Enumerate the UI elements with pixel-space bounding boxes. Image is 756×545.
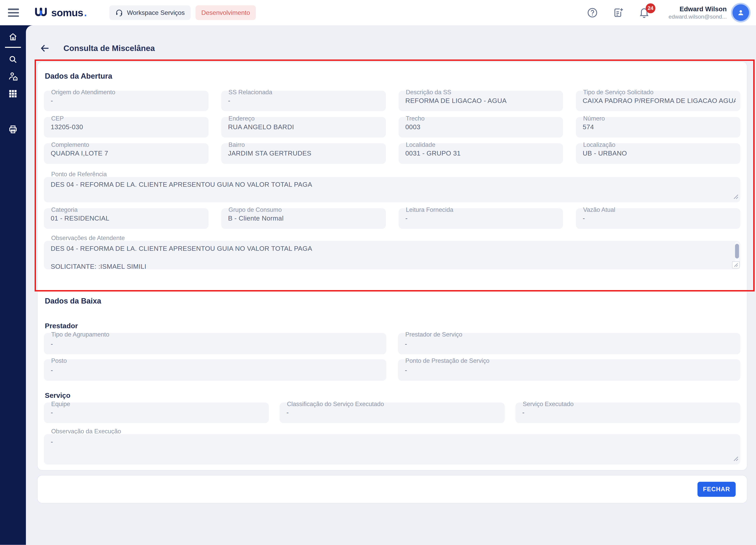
app-logo[interactable]: somus . [34,7,87,18]
field-origem-atendimento: Origem do Atendimento - [44,91,209,111]
field-label: Descrição da SS [406,89,451,96]
logo-mark-icon [34,7,48,18]
field-trecho: Trecho 0003 [399,117,563,138]
field-value: CAIXA PADRAO P/REFORMA DE LIGACAO AGUA [583,97,735,105]
sidebar-item-search[interactable] [0,55,26,64]
field-grupo-consumo: Grupo de Consumo B - Cliente Normal [221,208,386,229]
field-value: 0031 - GRUPO 31 [405,150,558,157]
field-ponto-referencia: Ponto de Referência DES 04 - REFORMA DE … [44,171,741,203]
field-observacoes-atendente: Observações de Atendente DES 04 - REFORM… [44,235,741,269]
field-label: Prestador de Serviço [405,331,462,338]
field-servico-executado: Serviço Executado - [515,402,740,423]
environment-badge-label: Desenvolvimento [201,9,250,16]
field-value: - [583,215,735,222]
note-plus-icon [613,7,624,18]
arrow-left-icon [40,43,50,54]
field-prestador-servico: Prestador de Serviço - [398,333,740,354]
field-label: Trecho [406,115,425,122]
field-localidade: Localidade 0031 - GRUPO 31 [399,143,563,164]
field-label: Número [583,115,605,122]
field-categoria: Categoria 01 - RESIDENCIAL [44,208,209,229]
field-value: 01 - RESIDENCIAL [51,215,203,222]
details-card: Dados da Abertura Origem do Atendimento … [37,61,747,470]
observacao-execucao-textarea[interactable]: - [44,434,741,464]
field-value: JARDIM STA GERTRUDES [228,150,381,157]
field-value: 574 [583,123,735,131]
page-title: Consulta de Miscelânea [63,44,155,53]
header-actions: 24 [587,7,650,19]
field-value: - [51,438,729,446]
servico-row-1: Equipe - Classificação do Serviço Execut… [44,402,741,423]
section-title-baixa: Dados da Baixa [45,296,740,305]
sidebar-item-print[interactable] [0,125,26,134]
field-value: - [51,366,381,374]
top-header: somus . Workspace Serviços Desenvolvimen… [0,0,756,25]
sidebar-item-home[interactable] [0,32,26,42]
menu-icon[interactable] [8,9,19,17]
headset-icon [115,9,123,17]
field-ss-relacionada: SS Relacionada - [221,91,386,111]
field-value: - [405,215,558,222]
body-wrap: Consulta de Miscelânea Dados da Abertura… [0,25,756,545]
footer-card: FECHAR [37,475,747,503]
field-value: UB - URBANO [583,150,735,157]
new-note-button[interactable] [612,7,624,19]
sidebar [0,25,26,545]
field-leitura-fornecida: Leitura Fornecida - [399,208,563,229]
field-ponto-prestacao: Ponto de Prestação de Serviço - [398,359,740,381]
field-label: CEP [51,115,64,122]
back-button[interactable] [40,43,50,54]
field-localizacao: Localização UB - URBANO [576,143,741,164]
printer-icon [8,125,18,134]
field-descricao-ss: Descrição da SS REFORMA DE LIGACAO - AGU… [399,91,563,111]
resize-grip-icon[interactable] [732,262,739,269]
field-label: Localização [583,141,615,148]
abertura-row-2: CEP 13205-030 Endereço RUA ANGELO BARDI … [44,117,741,138]
observacoes-textarea[interactable]: DES 04 - REFORMA DE LA. CLIENTE APRESENT… [44,241,741,269]
resize-grip-icon[interactable] [733,192,738,201]
field-value: - [286,409,500,416]
field-label: SS Relacionada [229,89,272,96]
field-tipo-agrupamento: Tipo de Agrupamento - [44,333,386,354]
user-menu[interactable]: Edward Wilson edward.wilson@sond... [669,5,727,20]
scrollbar-thumb[interactable] [735,244,739,259]
sidebar-divider [5,47,21,48]
field-value: RUA ANGELO BARDI [228,123,381,131]
help-button[interactable] [587,7,598,19]
help-icon [587,7,598,18]
field-vazao-atual: Vazão Atual - [576,208,741,229]
notifications-button[interactable]: 24 [638,7,650,19]
field-value: 0003 [405,123,558,131]
sidebar-item-clients[interactable] [0,71,26,82]
logo-text: somus [51,7,83,18]
field-bairro: Bairro JARDIM STA GERTRUDES [221,143,386,164]
field-label: Leitura Fornecida [406,206,453,214]
field-numero: Número 574 [576,117,741,138]
field-tipo-servico-solicitado: Tipo de Serviço Solicitado CAIXA PADRAO … [576,91,741,111]
observacoes-line-2: SOLICITANTE: :ISMAEL SIMILI [51,263,729,269]
sidebar-item-apps[interactable] [0,89,26,98]
environment-badge: Desenvolvimento [196,5,256,20]
resize-grip-icon[interactable] [733,454,738,463]
field-value: - [51,409,264,416]
ponto-referencia-textarea[interactable]: DES 04 - REFORMA DE LA. CLIENTE APRESENT… [44,177,741,202]
field-label: Posto [51,357,67,364]
field-label: Ponto de Prestação de Serviço [405,357,489,364]
field-label: Endereço [229,115,255,122]
fechar-button[interactable]: FECHAR [697,482,736,497]
avatar[interactable] [732,4,749,21]
app-root: somus . Workspace Serviços Desenvolvimen… [0,0,756,545]
abertura-row-5: Categoria 01 - RESIDENCIAL Grupo de Cons… [44,208,741,229]
abertura-row-3: Complemento QUADRA I,LOTE 7 Bairro JARDI… [44,143,741,164]
field-value: - [228,97,381,105]
field-value: - [522,409,736,416]
field-value: QUADRA I,LOTE 7 [51,150,203,157]
field-label: Vazão Atual [583,206,615,214]
observacoes-line-1: DES 04 - REFORMA DE LA. CLIENTE APRESENT… [51,245,729,252]
field-value: - [51,340,381,348]
field-label: Complemento [51,141,89,148]
field-observacao-execucao: Observação da Execução - [44,428,741,464]
abertura-row-1: Origem do Atendimento - SS Relacionada -… [44,91,741,111]
workspace-chip[interactable]: Workspace Serviços [109,5,191,20]
field-label: Categoria [51,206,78,214]
